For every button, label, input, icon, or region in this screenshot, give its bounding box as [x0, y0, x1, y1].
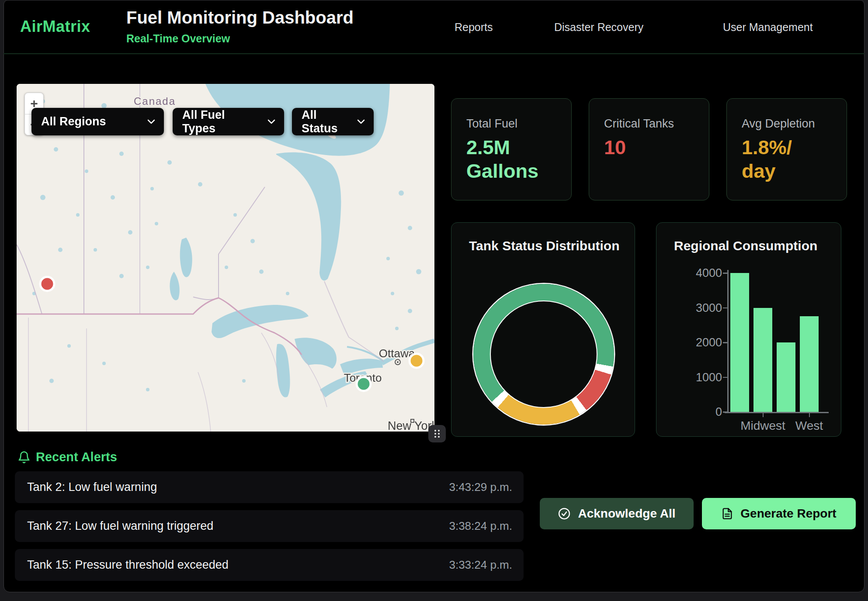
regions-filter-value: All Regions	[41, 115, 106, 128]
kpi-value-line2: Gallons	[466, 159, 556, 183]
alert-row[interactable]: Tank 27: Low fuel warning triggered 3:38…	[15, 510, 524, 542]
nav-user-management[interactable]: User Management	[723, 21, 813, 34]
y-tick-label: 1000	[670, 371, 722, 384]
alert-time: 3:38:24 p.m.	[449, 519, 512, 533]
kpi-value-line1: 2.5M	[466, 136, 556, 159]
kpi-value: 10	[604, 136, 694, 159]
donut-ring	[473, 284, 614, 425]
regional-consumption-chart-card: Regional Consumption 01000200030004000Mi…	[656, 222, 841, 437]
check-circle-icon	[558, 507, 571, 520]
brand-logo: AirMatrix	[20, 17, 90, 36]
generate-report-label: Generate Report	[740, 507, 836, 521]
fuel-types-filter-dropdown[interactable]: All Fuel Types	[173, 108, 284, 135]
tank-marker-normal[interactable]	[357, 377, 371, 391]
alert-row[interactable]: Tank 2: Low fuel warning 3:43:29 p.m.	[15, 471, 524, 503]
kpi-value-line1: 10	[604, 136, 694, 159]
chevron-down-icon	[357, 119, 365, 124]
alert-row[interactable]: Tank 15: Pressure threshold exceeded 3:3…	[15, 549, 524, 581]
y-tick-mark	[723, 377, 727, 378]
kpi-card-critical-tanks: Critical Tanks 10	[589, 98, 709, 200]
kpi-label: Avg Depletion	[742, 117, 832, 131]
bar	[753, 308, 772, 412]
kpi-value-line1: 1.8%/	[742, 136, 832, 159]
generate-report-button[interactable]: Generate Report	[702, 498, 856, 529]
ottawa-town-dot	[397, 361, 399, 363]
map-resize-handle[interactable]	[428, 425, 446, 442]
kpi-card-avg-depletion: Avg Depletion 1.8%/ day	[726, 98, 847, 200]
status-filter-dropdown[interactable]: All Status	[292, 108, 374, 135]
map[interactable]: Canada Ottawa Toronto New York	[17, 84, 434, 432]
nav-disaster-recovery[interactable]: Disaster Recovery	[554, 21, 643, 34]
header-bar: AirMatrix Fuel Monitoring Dashboard Real…	[3, 0, 865, 54]
x-tick-mark	[763, 413, 764, 417]
bar	[800, 316, 819, 412]
x-axis-line	[725, 412, 829, 413]
document-icon	[721, 507, 733, 520]
tank-marker-warning[interactable]	[410, 354, 424, 368]
label-canada: Canada	[134, 95, 176, 107]
y-tick-label: 4000	[670, 266, 722, 280]
bar	[730, 273, 749, 412]
kpi-label: Critical Tanks	[604, 117, 694, 131]
kpi-card-total-fuel: Total Fuel 2.5M Gallons	[451, 98, 572, 200]
chevron-down-icon	[267, 119, 275, 124]
alert-message: Tank 2: Low fuel warning	[27, 480, 157, 494]
bar-plot: 01000200030004000MidwestWest	[656, 223, 842, 437]
status-filter-value: All Status	[302, 108, 349, 135]
y-tick-label: 2000	[670, 336, 722, 349]
kpi-value: 2.5M Gallons	[466, 136, 556, 183]
y-tick-mark	[723, 273, 727, 274]
donut-hole	[490, 300, 597, 408]
kpi-value-line2: day	[742, 159, 832, 183]
y-tick-label: 0	[670, 405, 722, 419]
alerts-heading: Recent Alerts	[36, 450, 117, 464]
y-tick-mark	[723, 307, 727, 309]
chevron-down-icon	[147, 119, 155, 124]
x-tick-label: West	[779, 419, 840, 433]
bell-icon	[17, 450, 31, 464]
chart-title: Tank Status Distribution	[469, 238, 619, 253]
alert-message: Tank 15: Pressure threshold exceeded	[27, 558, 229, 572]
grip-dots-icon	[434, 429, 441, 439]
kpi-value: 1.8%/ day	[742, 136, 832, 183]
acknowledge-all-label: Acknowledge All	[578, 507, 675, 521]
kpi-label: Total Fuel	[466, 117, 556, 131]
tank-marker-critical[interactable]	[40, 277, 54, 291]
map-canvas: Canada Ottawa Toronto New York	[17, 84, 434, 432]
page-subtitle: Real-Time Overview	[126, 32, 230, 45]
page-title: Fuel Monitoring Dashboard	[126, 8, 354, 28]
bar	[777, 342, 795, 412]
y-tick-label: 3000	[670, 301, 722, 315]
tank-status-chart-card: Tank Status Distribution	[451, 222, 635, 437]
y-axis-line	[727, 270, 729, 413]
x-tick-mark	[809, 413, 810, 417]
y-tick-mark	[723, 342, 727, 343]
alert-time: 3:33:24 p.m.	[449, 558, 512, 572]
acknowledge-all-button[interactable]: Acknowledge All	[540, 498, 694, 529]
regions-filter-dropdown[interactable]: All Regions	[31, 108, 164, 135]
alert-message: Tank 27: Low fuel warning triggered	[27, 519, 213, 533]
y-tick-mark	[723, 411, 727, 413]
alert-time: 3:43:29 p.m.	[449, 480, 512, 494]
fuel-types-filter-value: All Fuel Types	[182, 108, 260, 135]
nav-reports[interactable]: Reports	[455, 21, 493, 34]
